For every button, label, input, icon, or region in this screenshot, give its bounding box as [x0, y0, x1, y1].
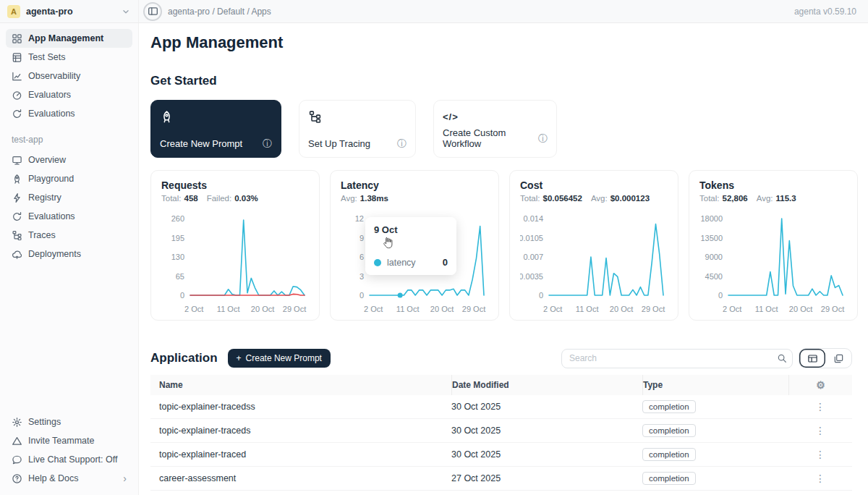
column-header-type[interactable]: Type	[642, 375, 788, 395]
gear-icon	[12, 417, 22, 428]
svg-text:18000: 18000	[700, 214, 723, 223]
row-menu-kebab-icon[interactable]: ⋮	[815, 402, 825, 412]
sidebar-item-label: Deployments	[28, 249, 81, 259]
card-label: Create New Prompt	[160, 138, 242, 149]
type-badge: completion	[642, 424, 696, 437]
plus-icon: +	[237, 353, 242, 363]
info-icon[interactable]: ⓘ	[263, 139, 272, 148]
sidebar-group-label: test-app	[12, 135, 132, 145]
sidebar-item-settings[interactable]: Settings	[6, 412, 132, 431]
refresh-icon	[12, 211, 22, 222]
search-button[interactable]	[773, 350, 791, 367]
sidebar-item-observability[interactable]: Observability	[6, 67, 132, 85]
applications-table: Name Date Modified Type ⚙ topic-explaine…	[150, 375, 852, 491]
sidebar-item-app-management[interactable]: App Management	[6, 29, 132, 48]
rocket-icon	[160, 109, 272, 124]
sidebar-item-traces[interactable]: Traces	[6, 226, 132, 245]
stat-card-stats: Avg:1.38ms	[341, 194, 488, 203]
code-icon: </>	[443, 109, 548, 124]
svg-text:2 Oct: 2 Oct	[723, 305, 741, 313]
sidebar-item-evaluations[interactable]: Evaluations	[6, 207, 132, 226]
app-name: topic-explainer-traced	[150, 449, 451, 460]
search-box	[561, 349, 793, 368]
monitor-icon	[12, 155, 22, 166]
table-body: topic-explainer-tracedss30 Oct 2025compl…	[150, 395, 852, 491]
sidebar-item-playground[interactable]: Playground	[6, 169, 132, 188]
cost-chart-plot: 0.0140.01050.0070.003502 Oct11 Oct20 Oct…	[520, 210, 668, 321]
sidebar-item-label: Overview	[28, 155, 66, 165]
hand-cursor-icon	[381, 236, 395, 253]
svg-text:130: 130	[171, 253, 184, 261]
row-menu-kebab-icon[interactable]: ⋮	[815, 449, 825, 460]
requests-stat-card: Requests Total:458 Failed:0.03% 26019513…	[150, 170, 320, 321]
app-date-modified: 30 Oct 2025	[451, 426, 642, 436]
svg-text:29 Oct: 29 Oct	[821, 305, 844, 313]
requests-chart-plot: 2601951306502 Oct11 Oct20 Oct29 Oct	[161, 210, 309, 321]
info-icon[interactable]: ⓘ	[397, 139, 407, 148]
app-type-cell: completion	[642, 448, 788, 461]
workspace-switcher[interactable]: A agenta-pro	[0, 0, 139, 22]
app-name: topic-explainer-tracedss	[150, 402, 451, 412]
sidebar-item-label: Invite Teammate	[28, 436, 94, 446]
set-up-tracing-card[interactable]: Set Up Tracing ⓘ	[299, 100, 416, 158]
sidebar-collapse-button[interactable]	[143, 2, 162, 21]
search-input[interactable]	[561, 349, 793, 368]
cloud-icon	[12, 249, 22, 260]
svg-text:11 Oct: 11 Oct	[396, 305, 420, 313]
svg-text:20 Oct: 20 Oct	[251, 305, 274, 313]
sidebar-item-overview[interactable]: Overview	[6, 151, 132, 169]
table-view-button[interactable]	[799, 349, 825, 368]
svg-text:20 Oct: 20 Oct	[430, 305, 454, 313]
help-icon	[12, 473, 22, 484]
table-row[interactable]: topic-explainer-traced30 Oct 2025complet…	[150, 443, 852, 467]
app-type-cell: completion	[642, 472, 788, 485]
breadcrumb[interactable]: agenta-pro / Default / Apps	[168, 7, 271, 17]
search-icon	[777, 353, 787, 363]
tree-icon	[12, 230, 22, 241]
table-settings-gear-icon[interactable]: ⚙	[816, 380, 825, 390]
chat-icon	[12, 454, 22, 465]
sidebar-item-deployments[interactable]: Deployments	[6, 245, 132, 263]
app-root: A agenta-pro agenta-pro / Default / Apps…	[0, 0, 868, 495]
svg-text:0: 0	[718, 291, 723, 300]
stat-cards: Requests Total:458 Failed:0.03% 26019513…	[150, 170, 852, 321]
sidebar-item-evaluations[interactable]: Evaluations	[6, 104, 132, 123]
sidebar-item-invite-teammate[interactable]: Invite Teammate	[6, 431, 132, 450]
info-icon[interactable]: ⓘ	[538, 134, 548, 143]
view-toggle	[799, 348, 852, 368]
workspace-name: agenta-pro	[26, 7, 73, 17]
svg-text:9000: 9000	[705, 253, 723, 261]
stat-card-title: Latency	[341, 179, 488, 191]
svg-text:195: 195	[171, 234, 184, 242]
sidebar-item-label: Observability	[28, 71, 80, 81]
sidebar-item-test-sets[interactable]: Test Sets	[6, 48, 132, 67]
create-custom-workflow-card[interactable]: </> Create Custom Workflow ⓘ	[433, 100, 557, 158]
create-new-prompt-card[interactable]: Create New Prompt ⓘ	[150, 100, 281, 158]
app-name: career-assessment	[150, 473, 451, 483]
grid-icon	[12, 33, 22, 44]
stat-card-stats: Total:52,806 Avg:115.3	[699, 194, 847, 203]
table-row[interactable]: career-assessment27 Oct 2025completion⋮	[150, 467, 852, 491]
main-content: App Management Get Started Create New Pr…	[139, 23, 868, 495]
row-menu-kebab-icon[interactable]: ⋮	[815, 473, 825, 483]
table-row[interactable]: topic-explainer-traceds30 Oct 2025comple…	[150, 419, 852, 443]
column-header-date-modified[interactable]: Date Modified	[451, 375, 642, 395]
chevron-down-icon[interactable]	[121, 7, 131, 17]
table-row[interactable]: topic-explainer-tracedss30 Oct 2025compl…	[150, 395, 852, 419]
card-view-button[interactable]	[825, 349, 851, 368]
topbar: A agenta-pro agenta-pro / Default / Apps…	[0, 0, 868, 23]
svg-text:20 Oct: 20 Oct	[789, 305, 812, 313]
app-name: topic-explainer-traceds	[150, 426, 451, 436]
svg-text:0.0035: 0.0035	[520, 272, 543, 281]
type-badge: completion	[642, 400, 696, 413]
sidebar-item-evaluators[interactable]: Evaluators	[6, 85, 132, 104]
stat-card-stats: Total:$0.056452 Avg:$0.000123	[520, 194, 668, 203]
row-menu-kebab-icon[interactable]: ⋮	[815, 426, 825, 436]
create-new-prompt-button[interactable]: + Create New Prompt	[228, 349, 331, 368]
sidebar-item-registry[interactable]: Registry	[6, 188, 132, 207]
sidebar-item-live-chat-support-off[interactable]: Live Chat Support: Off	[6, 450, 132, 469]
svg-text:0: 0	[359, 291, 364, 300]
sidebar-item-help-docs[interactable]: Help & Docs›	[6, 469, 132, 488]
table-header: Name Date Modified Type ⚙	[150, 375, 852, 395]
column-header-name[interactable]: Name	[150, 375, 451, 395]
